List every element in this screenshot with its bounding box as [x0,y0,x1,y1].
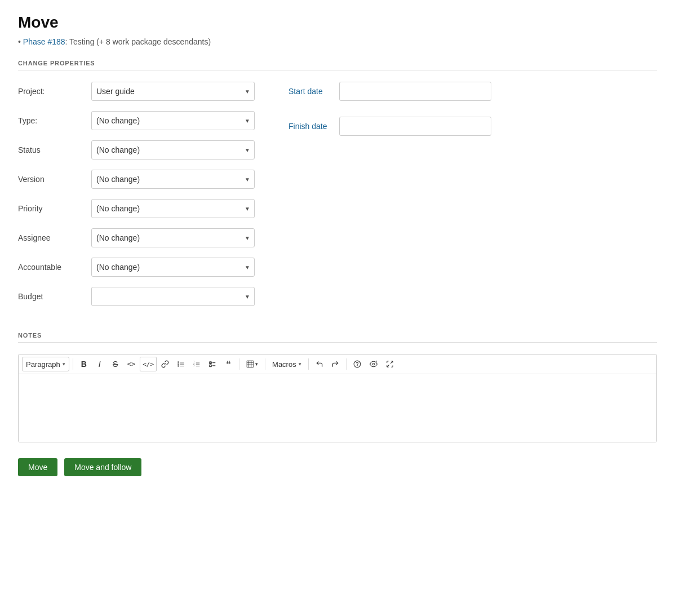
ul-icon [177,360,185,368]
svg-point-2 [177,365,179,366]
editor-body[interactable] [19,374,656,442]
bold-button[interactable]: B [77,357,91,371]
code-block-icon: </> [143,361,154,368]
table-chevron-icon: ▾ [255,361,258,367]
budget-row: Budget [18,287,255,306]
type-select[interactable]: (No change) [91,111,255,130]
divider-2 [239,358,239,370]
version-select[interactable]: (No change) [91,170,255,189]
move-button[interactable]: Move [18,458,57,476]
type-label: Type: [18,116,91,125]
preview-button[interactable] [366,357,381,371]
paragraph-label: Paragraph [26,360,60,369]
status-select-wrapper: (No change) [91,140,255,159]
start-date-row: Start date [288,82,491,101]
svg-rect-16 [247,361,254,367]
table-icon [246,360,254,368]
italic-button[interactable]: I [92,357,107,371]
accountable-select-wrapper: (No change) [91,258,255,277]
ol-button[interactable]: 1 2 3 [189,357,204,371]
link-button[interactable] [158,357,172,371]
actions-bar: Move Move and follow [18,458,657,476]
divider-4 [308,358,309,370]
move-and-follow-button[interactable]: Move and follow [64,458,141,476]
preview-icon [369,360,378,368]
ol-icon: 1 2 3 [193,360,201,368]
svg-rect-14 [210,365,212,367]
finish-date-label: Finish date [288,122,339,131]
task-list-button[interactable] [205,357,220,371]
help-button[interactable] [350,357,365,371]
ul-button[interactable] [174,357,188,371]
undo-icon [316,360,323,368]
version-label: Version [18,175,91,184]
task-list-icon [208,360,216,368]
priority-select[interactable]: (No change) [91,199,255,218]
page-title: Move [18,14,657,32]
assignee-label: Assignee [18,233,91,242]
budget-label: Budget [18,292,91,301]
assignee-row: Assignee (No change) [18,228,255,247]
priority-row: Priority (No change) [18,199,255,218]
type-row: Type: (No change) [18,111,255,130]
project-label: Project: [18,87,91,96]
code-block-button[interactable]: </> [140,357,157,371]
help-icon [353,360,361,368]
paragraph-dropdown[interactable]: Paragraph ▾ [22,357,69,371]
assignee-select-wrapper: (No change) [91,228,255,247]
form-grid: Project: User guide Type: (No change) [18,82,657,316]
inline-code-button[interactable]: <> [124,357,139,371]
editor-container: Paragraph ▾ B I S <> </> [18,354,657,442]
editor-toolbar: Paragraph ▾ B I S <> </> [19,354,656,374]
phase-label: : Testing [65,37,95,46]
divider-1 [73,358,73,370]
version-row: Version (No change) [18,170,255,189]
priority-select-wrapper: (No change) [91,199,255,218]
quote-button[interactable]: ❝ [221,357,236,371]
subtitle: • Phase #188: Testing (+ 8 work package … [18,37,657,46]
redo-icon [331,360,339,368]
svg-point-23 [372,363,375,365]
type-select-wrapper: (No change) [91,111,255,130]
link-icon [161,360,169,368]
budget-select-wrapper [91,287,255,306]
macros-chevron-icon: ▾ [299,361,301,367]
accountable-select[interactable]: (No change) [91,258,255,277]
start-date-input[interactable] [339,82,491,101]
start-date-label: Start date [288,87,339,96]
strikethrough-button[interactable]: S [108,357,123,371]
status-select[interactable]: (No change) [91,140,255,159]
svg-point-1 [177,364,179,365]
macros-dropdown[interactable]: Macros ▾ [269,357,305,371]
version-select-wrapper: (No change) [91,170,255,189]
project-select-wrapper: User guide [91,82,255,101]
table-button[interactable]: ▾ [243,357,261,371]
notes-section: NOTES Paragraph ▾ B I S <> </> [18,332,657,442]
project-row: Project: User guide [18,82,255,101]
svg-text:3: 3 [193,365,194,367]
macros-label: Macros [272,360,296,369]
status-row: Status (No change) [18,140,255,159]
change-properties-header: CHANGE PROPERTIES [18,60,657,70]
assignee-select[interactable]: (No change) [91,228,255,247]
fullscreen-button[interactable] [383,357,397,371]
svg-point-22 [357,366,357,366]
redo-button[interactable] [328,357,343,371]
status-label: Status [18,145,91,154]
divider-5 [346,358,347,370]
svg-line-24 [376,361,377,362]
undo-button[interactable] [312,357,327,371]
phase-link[interactable]: Phase #188 [23,37,65,46]
bullet: • [18,37,23,46]
accountable-label: Accountable [18,263,91,272]
svg-point-0 [177,361,179,362]
divider-3 [265,358,265,370]
notes-header: NOTES [18,332,657,343]
project-select[interactable]: User guide [91,82,255,101]
form-left: Project: User guide Type: (No change) [18,82,255,316]
change-properties-section: CHANGE PROPERTIES Project: User guide Ty… [18,60,657,316]
budget-select[interactable] [91,287,255,306]
priority-label: Priority [18,204,91,213]
accountable-row: Accountable (No change) [18,258,255,277]
finish-date-input[interactable] [339,117,491,136]
